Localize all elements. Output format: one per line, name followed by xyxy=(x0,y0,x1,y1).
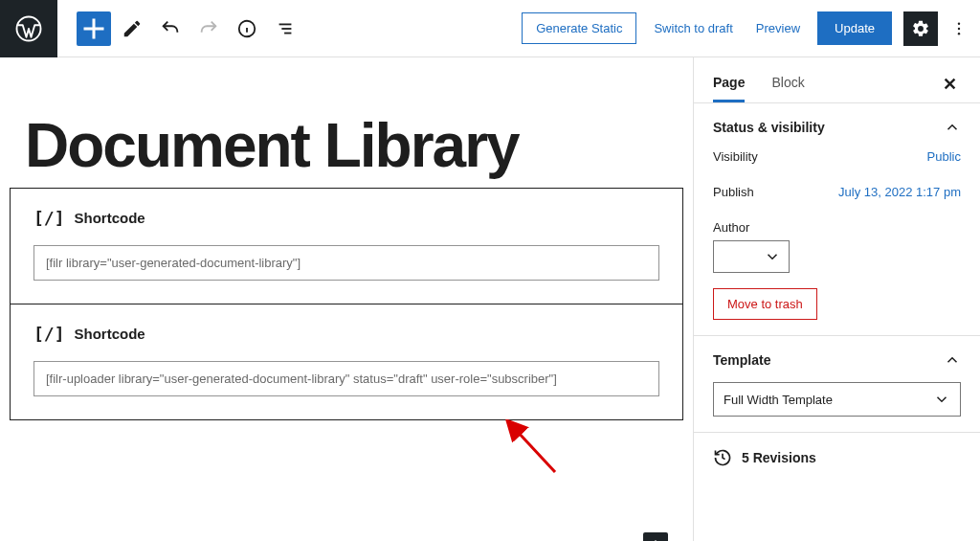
wordpress-logo[interactable] xyxy=(0,0,57,57)
close-sidebar-icon[interactable]: ✕ xyxy=(939,70,961,99)
block-type-label: Shortcode xyxy=(75,326,145,342)
chevron-up-icon xyxy=(944,351,961,369)
publish-value[interactable]: July 13, 2022 1:17 pm xyxy=(838,185,961,199)
chevron-down-icon xyxy=(764,248,781,265)
panel-toggle-status-visibility[interactable]: Status & visibility xyxy=(713,119,961,136)
author-label: Author xyxy=(713,220,961,235)
panel-revisions[interactable]: 5 Revisions xyxy=(694,432,980,483)
shortcode-input[interactable] xyxy=(33,361,659,396)
list-view-icon[interactable] xyxy=(268,11,302,46)
generate-static-button[interactable]: Generate Static xyxy=(522,12,636,44)
panel-status-visibility: Status & visibility Visibility Public Pu… xyxy=(694,102,980,335)
edit-icon[interactable] xyxy=(115,11,149,46)
shortcode-icon: [/] xyxy=(33,324,65,344)
info-icon[interactable] xyxy=(230,11,264,46)
settings-button[interactable] xyxy=(903,11,938,46)
svg-point-8 xyxy=(958,27,960,29)
history-icon xyxy=(713,448,732,467)
more-options-icon[interactable] xyxy=(949,11,969,46)
svg-point-9 xyxy=(958,33,960,34)
svg-line-11 xyxy=(517,431,555,472)
visibility-label: Visibility xyxy=(713,149,758,164)
undo-icon[interactable] xyxy=(153,11,188,46)
chevron-up-icon xyxy=(944,119,961,136)
svg-point-7 xyxy=(958,22,960,24)
move-to-trash-button[interactable]: Move to trash xyxy=(713,288,817,320)
chevron-down-icon xyxy=(933,391,950,408)
block-group[interactable]: [/] Shortcode [/] Shortcode xyxy=(10,188,683,420)
shortcode-icon: [/] xyxy=(33,208,65,228)
settings-sidebar: Page Block ✕ Status & visibility Visibil… xyxy=(693,57,980,541)
template-select[interactable]: Full Width Template xyxy=(713,382,961,417)
shortcode-block[interactable]: [/] Shortcode xyxy=(11,189,682,304)
tab-block[interactable]: Block xyxy=(771,65,804,102)
editor-canvas[interactable]: Document Library [/] Shortcode [/] Short… xyxy=(0,57,693,541)
panel-toggle-template[interactable]: Template xyxy=(713,351,961,369)
append-block-button[interactable] xyxy=(643,532,668,541)
shortcode-input[interactable] xyxy=(33,245,659,281)
revisions-label: 5 Revisions xyxy=(742,450,816,465)
author-select[interactable] xyxy=(713,240,790,273)
tab-page[interactable]: Page xyxy=(713,65,745,102)
add-block-button[interactable] xyxy=(77,11,111,46)
shortcode-block[interactable]: [/] Shortcode xyxy=(11,304,682,419)
page-title[interactable]: Document Library xyxy=(25,115,683,176)
preview-button[interactable]: Preview xyxy=(750,13,806,43)
publish-label: Publish xyxy=(713,185,754,199)
visibility-value[interactable]: Public xyxy=(927,149,961,164)
panel-template: Template Full Width Template xyxy=(694,335,980,432)
update-button[interactable]: Update xyxy=(817,11,892,45)
switch-to-draft-button[interactable]: Switch to draft xyxy=(648,13,738,43)
redo-icon xyxy=(191,11,226,46)
annotation-arrow xyxy=(450,419,565,477)
block-type-label: Shortcode xyxy=(75,210,145,226)
